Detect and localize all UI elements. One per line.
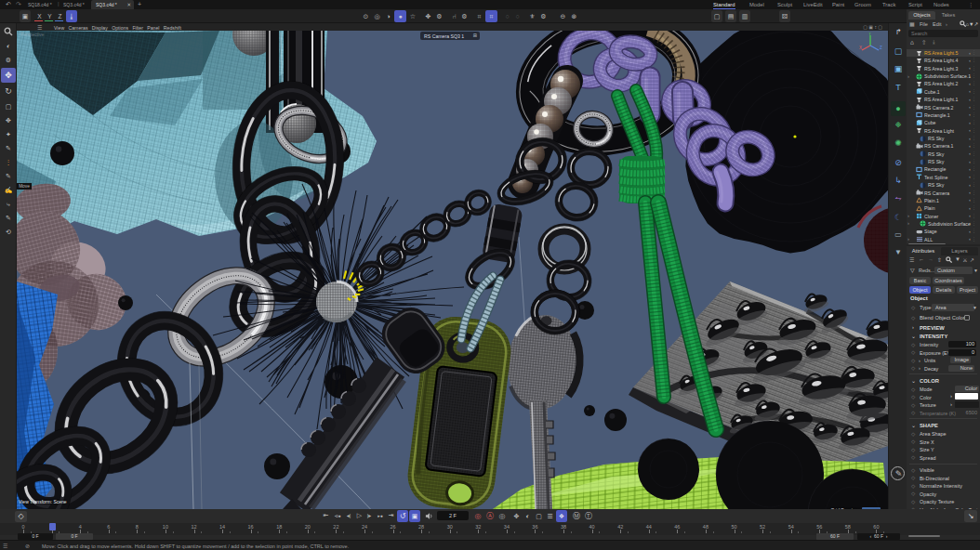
svg-text:Z: Z xyxy=(880,46,882,50)
svg-text:X: X xyxy=(859,46,862,50)
svg-text:Y: Y xyxy=(868,33,871,36)
